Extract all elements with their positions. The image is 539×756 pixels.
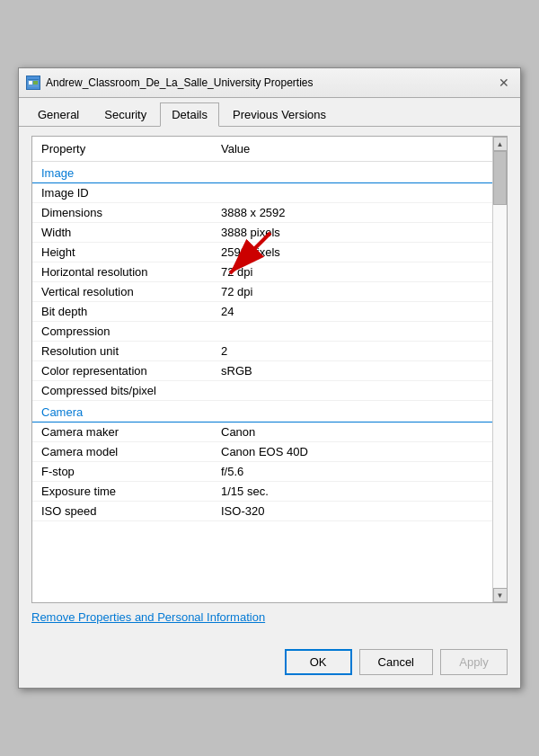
property-name: Horizontal resolution [41,265,221,279]
table-row: Horizontal resolution 72 dpi [32,262,492,282]
title-bar-left: Andrew_Classroom_De_La_Salle_University … [26,76,313,90]
table-row: Resolution unit 2 [32,342,492,361]
property-name: Dimensions [41,206,221,219]
property-name: Bit depth [41,305,221,318]
tab-details[interactable]: Details [160,102,219,127]
table-header: Property Value [32,137,492,162]
tab-security[interactable]: Security [93,102,158,127]
property-value: Canon [221,425,483,439]
scroll-thumb[interactable] [493,151,507,205]
property-value: 3888 x 2592 [221,206,483,219]
scroll-track[interactable] [493,151,507,588]
property-name: Compressed bits/pixel [41,384,221,397]
close-button[interactable]: ✕ [495,74,513,92]
table-row: Compressed bits/pixel [32,381,492,401]
scroll-down-arrow[interactable]: ▼ [493,588,508,602]
table-row: Width 3888 pixels [32,223,492,243]
property-name: Exposure time [41,485,221,498]
scrollbar[interactable]: ▲ ▼ [492,137,507,602]
tab-content: Property Value Image Image ID Dimensions… [19,127,520,640]
property-name: Compression [41,325,221,338]
property-value: 2 [221,344,483,358]
apply-button[interactable]: Apply [440,649,508,675]
properties-window: Andrew_Classroom_De_La_Salle_University … [18,67,521,689]
svg-rect-2 [29,81,32,84]
title-bar: Andrew_Classroom_De_La_Salle_University … [19,68,520,98]
window-icon [26,76,40,90]
property-value: 72 dpi [221,265,483,279]
property-value: 24 [221,305,483,318]
property-name: Width [41,226,221,239]
property-name: Vertical resolution [41,285,221,298]
table-row: Image ID [32,183,492,203]
property-value: sRGB [221,364,483,378]
section-camera: Camera [32,401,492,422]
table-row: ISO speed ISO-320 [32,502,492,521]
property-name: F-stop [41,465,221,478]
property-name: Camera maker [41,425,221,439]
table-row: Vertical resolution 72 dpi [32,282,492,302]
property-value: 1/15 sec. [221,485,483,498]
scroll-up-arrow[interactable]: ▲ [493,137,508,151]
property-value: 3888 pixels [221,226,483,239]
table-row: Color representation sRGB [32,361,492,381]
table-row: Camera maker Canon [32,422,492,442]
property-name: Color representation [41,364,221,378]
property-name: Height [41,245,221,259]
property-value: 72 dpi [221,285,483,298]
ok-button[interactable]: OK [285,649,352,675]
property-value: 2592 pixels [221,245,483,259]
cancel-button[interactable]: Cancel [359,649,433,675]
properties-table: Property Value Image Image ID Dimensions… [32,137,492,602]
property-name: Camera model [41,445,221,458]
table-row: Compression [32,322,492,342]
table-row: Dimensions 3888 x 2592 [32,203,492,223]
svg-rect-1 [28,79,39,80]
properties-box: Property Value Image Image ID Dimensions… [31,136,508,603]
tab-previous-versions[interactable]: Previous Versions [221,102,338,127]
table-row: F-stop f/5.6 [32,462,492,482]
col-value-header: Value [221,142,483,156]
property-name: Resolution unit [41,344,221,358]
svg-rect-3 [33,81,38,84]
table-row: Bit depth 24 [32,302,492,322]
property-value: f/5.6 [221,465,483,478]
table-row: Camera model Canon EOS 40D [32,442,492,462]
section-image: Image [32,162,492,183]
col-property-header: Property [41,142,221,156]
property-value: ISO-320 [221,504,483,518]
footer-buttons: OK Cancel Apply [19,640,520,688]
table-row: Height 2592 pixels [32,243,492,262]
property-name: Image ID [41,186,221,200]
remove-properties-link[interactable]: Remove Properties and Personal Informati… [31,610,265,624]
window-title: Andrew_Classroom_De_La_Salle_University … [46,76,313,89]
property-name: ISO speed [41,504,221,518]
tab-general[interactable]: General [26,102,91,127]
tab-bar: General Security Details Previous Versio… [19,98,520,127]
property-value: Canon EOS 40D [221,445,483,458]
table-row: Exposure time 1/15 sec. [32,482,492,502]
